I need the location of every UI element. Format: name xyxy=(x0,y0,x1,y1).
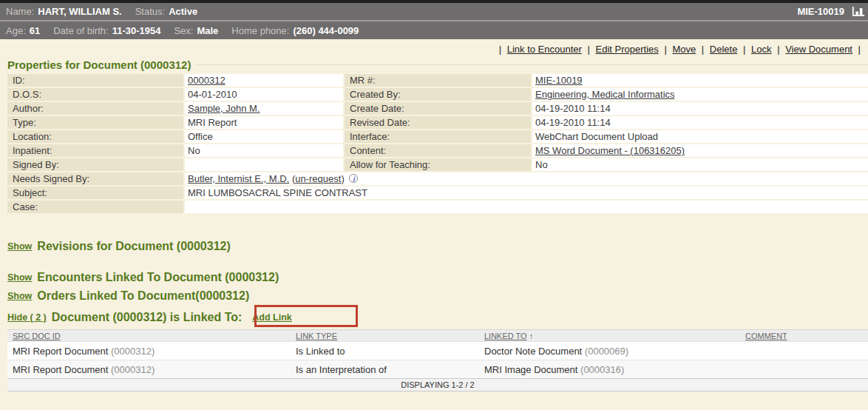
linked-to-section-heading: Hide ( 2 ) Document (0000312) is Linked … xyxy=(7,307,868,328)
action-divider: | xyxy=(587,44,589,55)
linked-table-header: SRC DOC ID LINK TYPE LINKED TO↑ COMMENT xyxy=(7,329,868,341)
encounters-title: Encounters Linked To Document (0000312) xyxy=(37,271,279,284)
field-value-id: 0000312 xyxy=(185,74,343,87)
linked-documents-table: SRC DOC ID LINK TYPE LINKED TO↑ COMMENT … xyxy=(7,329,868,391)
column-header-comment[interactable]: COMMENT xyxy=(745,332,868,340)
doc-id: (0000312) xyxy=(111,364,155,375)
unrequest-link[interactable]: un-request xyxy=(295,173,341,184)
field-value-signed-by xyxy=(185,158,343,171)
author-link[interactable]: Sample, John M. xyxy=(188,103,260,114)
patient-header-bar: Name: HART, WILLIAM S. Status: Active MI… xyxy=(0,3,868,20)
field-value-dos: 04-01-2010 xyxy=(185,88,343,101)
field-value-created-by: Engineering, Medical Informatics xyxy=(532,88,868,101)
add-link-button[interactable]: Add Link xyxy=(252,312,291,323)
show-revisions-link[interactable]: Show xyxy=(7,241,32,252)
age-value: 61 xyxy=(30,25,40,36)
field-label-subject: Subject: xyxy=(7,186,183,199)
mr-number-link[interactable]: MIE-10019 xyxy=(535,75,583,86)
document-actions-toolbar: | Link to Encounter | Edit Properties | … xyxy=(0,39,868,56)
content-file-link[interactable]: MS Word Document - (106316205) xyxy=(535,145,685,156)
table-row[interactable]: MRI Report Document (0000312) Is Linked … xyxy=(7,341,868,360)
action-divider: | xyxy=(702,44,704,55)
field-label-signed-by: Signed By: xyxy=(7,158,183,171)
field-label-case: Case: xyxy=(7,201,183,213)
doc-id: (0000069) xyxy=(585,346,628,357)
orders-title: Orders Linked To Document(0000312) xyxy=(37,289,249,303)
field-value-mr: MIE-10019 xyxy=(532,74,868,87)
patient-status: Active xyxy=(169,6,197,17)
doc-id: (0000316) xyxy=(580,364,624,375)
field-label-location: Location: xyxy=(7,130,183,143)
field-label-inpatient: Inpatient: xyxy=(7,144,183,157)
action-divider: | xyxy=(664,44,666,55)
field-value-revised-date: 04-19-2010 11:14 xyxy=(532,116,868,129)
properties-table: ID: 0000312 MR #: MIE-10019 D.O.S: 04-01… xyxy=(7,74,868,213)
name-label: Name: xyxy=(6,6,34,17)
info-icon[interactable]: i xyxy=(349,174,358,183)
field-label-content: Content: xyxy=(345,144,531,157)
field-value-interface: WebChart Document Upload xyxy=(532,130,868,143)
field-label-needs-signed-by: Needs Signed By: xyxy=(7,172,183,185)
revisions-section-heading: Show Revisions for Document (0000312) xyxy=(7,240,868,253)
dob-label: Date of birth: xyxy=(53,25,108,36)
action-divider: | xyxy=(777,44,779,55)
created-by-link[interactable]: Engineering, Medical Informatics xyxy=(535,89,675,100)
column-header-src-doc-id[interactable]: SRC DOC ID xyxy=(7,332,296,340)
field-value-allow-teaching: No xyxy=(532,158,868,171)
view-document-link[interactable]: View Document xyxy=(785,44,852,55)
sex-value: Male xyxy=(197,25,218,36)
column-header-link-type[interactable]: LINK TYPE xyxy=(296,332,484,340)
show-orders-link[interactable]: Show xyxy=(7,291,32,301)
age-label: Age: xyxy=(6,25,26,36)
field-value-content: MS Word Document - (106316205) xyxy=(532,144,868,157)
document-properties-page: Name: HART, WILLIAM S. Status: Active MI… xyxy=(0,0,868,410)
action-divider: | xyxy=(499,44,501,55)
field-label-revised-date: Revised Date: xyxy=(345,116,531,129)
field-value-type: MRI Report xyxy=(185,116,343,129)
field-label-create-date: Create Date: xyxy=(345,102,531,115)
table-paging-status: DISPLAYING 1-2 / 2 xyxy=(7,378,868,391)
field-value-author: Sample, John M. xyxy=(185,102,343,115)
signer-link[interactable]: Butler, Internist E., M.D. xyxy=(188,173,289,184)
chart-icon[interactable] xyxy=(852,6,865,17)
document-id-link[interactable]: 0000312 xyxy=(188,75,226,86)
field-label-type: Type: xyxy=(7,116,183,129)
field-label-created-by: Created By: xyxy=(345,88,531,101)
heading-rule xyxy=(197,64,868,65)
encounters-section-heading: Show Encounters Linked To Document (0000… xyxy=(7,271,868,284)
properties-heading-row: Properties for Document (0000312) xyxy=(7,56,868,73)
phone-label: Home phone: xyxy=(231,25,289,36)
table-row[interactable]: MRI Report Document (0000312) Is an Inte… xyxy=(7,360,868,378)
properties-title: Properties for Document (0000312) xyxy=(7,56,191,73)
field-label-interface: Interface: xyxy=(345,130,531,143)
link-type-cell: Is an Interpretation of xyxy=(296,364,484,375)
field-label-mr: MR #: xyxy=(345,74,531,87)
patient-name: HART, WILLIAM S. xyxy=(38,6,121,17)
field-value-create-date: 04-19-2010 11:14 xyxy=(532,102,868,115)
action-divider: | xyxy=(743,44,745,55)
phone-value: (260) 444-0099 xyxy=(293,25,359,36)
field-value-inpatient: No xyxy=(185,144,343,157)
link-to-encounter-link[interactable]: Link to Encounter xyxy=(507,44,582,55)
show-encounters-link[interactable]: Show xyxy=(7,272,32,283)
move-link[interactable]: Move xyxy=(672,44,696,55)
status-label: Status: xyxy=(135,6,165,17)
field-label-author: Author: xyxy=(7,102,183,115)
hide-linked-link[interactable]: Hide ( 2 ) xyxy=(7,312,47,323)
field-label-dos: D.O.S: xyxy=(7,88,183,101)
lock-link[interactable]: Lock xyxy=(751,44,771,55)
link-type-cell: Is Linked to xyxy=(296,346,484,357)
column-header-linked-to[interactable]: LINKED TO↑ xyxy=(484,332,745,340)
field-value-location: Office xyxy=(185,130,343,143)
src-doc-cell: MRI Report Document (0000312) xyxy=(7,346,296,357)
field-value-subject: MRI LUMBOSACRAL SPINE CONTRAST xyxy=(185,186,868,199)
linked-to-title: Document (0000312) is Linked To: xyxy=(52,311,243,324)
delete-link[interactable]: Delete xyxy=(710,44,738,55)
src-doc-cell: MRI Report Document (0000312) xyxy=(7,364,296,375)
paren-close: ) xyxy=(341,173,344,184)
orders-section-heading: Show Orders Linked To Document(0000312) xyxy=(7,289,868,303)
linked-to-cell: Doctor Note Document (0000069) xyxy=(484,346,745,357)
edit-properties-link[interactable]: Edit Properties xyxy=(596,44,659,55)
demographics-bar: Age: 61 Date of birth: 11-30-1954 Sex: M… xyxy=(0,21,868,39)
sort-asc-icon: ↑ xyxy=(529,332,534,340)
